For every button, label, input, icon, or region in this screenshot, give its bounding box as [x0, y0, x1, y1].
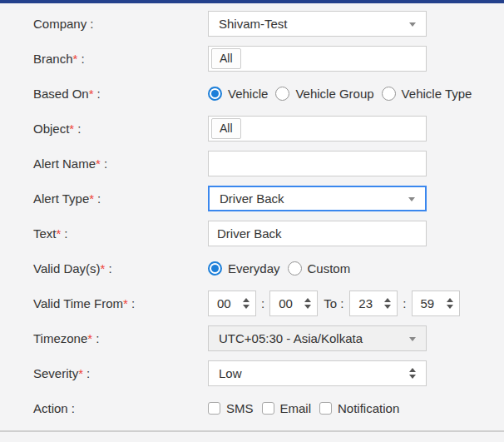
branch-chip: All: [211, 48, 241, 69]
required-asterisk: *: [96, 156, 101, 171]
valid-time-label: Valid Time From*:: [33, 296, 208, 310]
checkbox-unchecked-icon[interactable]: [319, 402, 332, 415]
required-asterisk: *: [89, 191, 94, 206]
branch-label: Branch*:: [33, 52, 208, 66]
object-chip: All: [211, 118, 241, 139]
from-hour-value: 00: [217, 296, 231, 310]
required-asterisk: *: [78, 366, 83, 380]
severity-row: Severity*: Low: [33, 360, 504, 386]
radio-vehicle-type[interactable]: Vehicle Type: [382, 87, 472, 101]
radio-selected-icon[interactable]: [208, 261, 222, 276]
from-minute-value: 00: [279, 296, 293, 310]
to-hour-spinner[interactable]: 23: [349, 291, 398, 316]
action-row: Action: SMS Email Notification: [33, 395, 504, 421]
company-dropdown[interactable]: Shivam-Test: [208, 11, 427, 37]
alert-settings-form: Company: Shivam-Test Branch*: All Based …: [0, 3, 504, 421]
radio-everyday[interactable]: Everyday: [208, 261, 280, 276]
alert-name-label: Alert Name*:: [33, 156, 208, 171]
valid-days-label: Valid Day(s)*:: [33, 261, 208, 276]
spinner-arrows-icon[interactable]: [447, 298, 453, 309]
based-on-label: Based On*:: [33, 87, 208, 101]
radio-unselected-icon[interactable]: [288, 261, 302, 276]
checkbox-notification[interactable]: Notification: [319, 401, 399, 415]
valid-days-row: Valid Day(s)*: Everyday Custom: [33, 256, 504, 281]
valid-days-options: Everyday Custom: [208, 261, 350, 276]
bottom-divider: [0, 430, 504, 432]
object-multiselect[interactable]: All: [208, 116, 427, 142]
severity-select[interactable]: Low: [208, 360, 427, 386]
object-row: Object*: All: [33, 116, 504, 142]
to-label: To :: [324, 296, 343, 310]
radio-custom[interactable]: Custom: [288, 261, 351, 276]
required-asterisk: *: [101, 261, 106, 276]
to-minute-spinner[interactable]: 59: [412, 291, 460, 316]
alert-name-input[interactable]: [208, 151, 427, 176]
required-asterisk: *: [57, 226, 62, 241]
branch-multiselect[interactable]: All: [208, 46, 427, 72]
spinner-arrows-icon[interactable]: [384, 298, 391, 309]
object-label: Object*:: [33, 122, 208, 136]
alert-type-row: Alert Type*: Driver Back: [33, 186, 504, 211]
severity-select-value: Low: [219, 366, 242, 380]
alert-type-dropdown[interactable]: Driver Back: [208, 186, 427, 211]
timezone-label: Timezone*:: [33, 331, 208, 345]
radio-unselected-icon[interactable]: [382, 87, 396, 101]
time-colon-separator: :: [403, 296, 406, 310]
severity-label: Severity*:: [33, 366, 208, 380]
chevron-down-icon: [409, 337, 416, 341]
text-label: Text*:: [33, 226, 208, 241]
required-asterisk: *: [87, 331, 92, 345]
to-minute-value: 59: [421, 296, 435, 310]
radio-vehicle[interactable]: Vehicle: [208, 87, 268, 101]
radio-vehicle-group[interactable]: Vehicle Group: [275, 87, 373, 101]
alert-type-dropdown-value: Driver Back: [220, 191, 284, 206]
text-input[interactable]: [208, 221, 427, 246]
company-dropdown-value: Shivam-Test: [219, 17, 288, 31]
timezone-dropdown-value: UTC+05:30 - Asia/Kolkata: [219, 331, 363, 345]
chevron-down-icon: [408, 197, 415, 201]
time-colon-separator: :: [261, 296, 264, 310]
to-hour-value: 23: [358, 296, 373, 310]
select-arrows-icon: [409, 368, 416, 379]
required-asterisk: *: [69, 122, 74, 136]
checkbox-email[interactable]: Email: [262, 401, 312, 415]
timezone-dropdown[interactable]: UTC+05:30 - Asia/Kolkata: [208, 325, 427, 351]
required-asterisk: *: [89, 87, 94, 101]
text-row: Text*:: [33, 221, 504, 246]
based-on-row: Based On*: Vehicle Vehicle Group Vehicle…: [33, 81, 504, 107]
required-asterisk: *: [123, 296, 128, 310]
alert-name-row: Alert Name*:: [33, 151, 504, 176]
radio-selected-icon[interactable]: [208, 87, 222, 101]
checkbox-unchecked-icon[interactable]: [262, 402, 274, 415]
checkbox-sms[interactable]: SMS: [208, 401, 254, 415]
valid-time-row: Valid Time From*: 00 : 00 To : 23 : 59: [33, 291, 504, 316]
timezone-row: Timezone*: UTC+05:30 - Asia/Kolkata: [33, 325, 504, 351]
chevron-down-icon: [409, 22, 416, 27]
spinner-arrows-icon[interactable]: [243, 298, 250, 309]
action-label: Action:: [33, 401, 208, 415]
action-options: SMS Email Notification: [208, 401, 399, 415]
based-on-options: Vehicle Vehicle Group Vehicle Type: [208, 87, 472, 101]
branch-row: Branch*: All: [33, 46, 504, 72]
from-minute-spinner[interactable]: 00: [269, 291, 318, 316]
checkbox-unchecked-icon[interactable]: [208, 402, 220, 415]
radio-unselected-icon[interactable]: [275, 87, 289, 101]
from-hour-spinner[interactable]: 00: [208, 291, 256, 316]
alert-type-label: Alert Type*:: [33, 191, 208, 206]
company-row: Company: Shivam-Test: [33, 11, 504, 37]
required-asterisk: *: [73, 52, 78, 66]
spinner-arrows-icon[interactable]: [304, 298, 311, 309]
company-label: Company:: [33, 17, 208, 31]
